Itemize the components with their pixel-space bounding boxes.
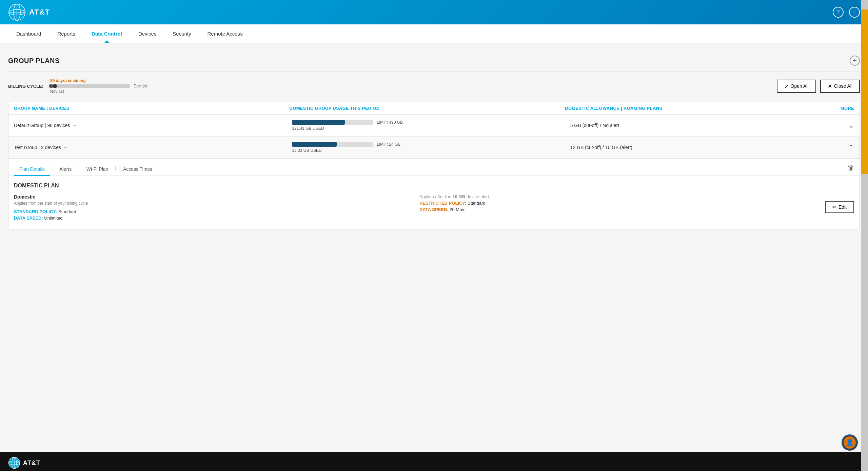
left-column-sub: Applies from the start of your billing c…	[14, 201, 414, 206]
att-globe-icon	[8, 3, 26, 21]
test-usage-bar-row: LIMIT: 24 GB	[292, 142, 570, 147]
open-all-icon: ⤢	[784, 83, 789, 89]
close-all-icon: ✕	[828, 83, 832, 89]
header-icons: ? 👤	[833, 7, 860, 18]
billing-label: BILLING CYCLE:	[8, 84, 43, 89]
restricted-policy-value: Standard	[468, 201, 486, 206]
edit-icon: ✏	[832, 204, 836, 210]
billing-bar	[49, 84, 130, 88]
data-speed-field-right: DATA SPEED: 20 Mb/s	[419, 207, 820, 212]
test-group-collapse-button[interactable]: ⌃	[848, 143, 854, 151]
table-header: GROUP NAME | DEVICES DOMESTIC GROUP USAG…	[8, 102, 860, 115]
test-group-label: Test Group | 2 devices	[14, 145, 61, 150]
nav-item-data-control[interactable]: Data Control	[83, 24, 130, 43]
scrollbar-thumb[interactable]	[861, 9, 868, 175]
left-column-title: Domestic	[14, 194, 414, 200]
remaining-text: 29 days remaining	[50, 78, 147, 83]
nav-item-dashboard[interactable]: Dashboard	[8, 24, 49, 43]
open-all-button[interactable]: ⤢ Open All	[777, 80, 816, 93]
tab-sep-3: |	[114, 165, 118, 170]
plan-detail-grid: Domestic Applies from the start of your …	[14, 194, 854, 222]
domestic-plan-section: DOMESTIC PLAN Domestic Applies from the …	[8, 176, 860, 229]
test-usage-bar-fill	[292, 142, 337, 147]
col-usage: DOMESTIC GROUP USAGE THIS PERIOD	[290, 106, 565, 111]
header: AT&T ? 👤	[0, 0, 868, 24]
data-speed-label-right: DATA SPEED:	[419, 207, 449, 212]
group-name-test: Test Group | 2 devices ✏	[14, 145, 292, 150]
default-group-label: Default Group | 98 devices	[14, 123, 70, 128]
col-more: MORE	[841, 106, 854, 111]
default-group-edit-icon[interactable]: ✏	[73, 123, 77, 128]
tab-sep-2: |	[77, 165, 81, 170]
footer-globe-icon	[8, 457, 20, 469]
standard-policy-label: STANDARD POLICY:	[14, 209, 57, 214]
nav-item-remote-access[interactable]: Remote Access	[199, 24, 251, 43]
footer-brand-name: AT&T	[23, 459, 40, 467]
data-speed-label-left: DATA SPEED:	[14, 216, 43, 221]
tab-plan-details[interactable]: Plan Details	[14, 163, 50, 176]
default-usage-bar-row: LIMIT: 490 GB	[292, 120, 570, 125]
footer: AT&T	[0, 452, 868, 471]
tab-wifi-plan[interactable]: Wi-Fi Plan	[81, 163, 114, 176]
billing-bar-container: 29 days remaining Dec 1st Nov 1st	[49, 78, 147, 94]
section-header: GROUP PLANS +	[8, 50, 860, 71]
nav-bar: Dashboard Reports Data Control Devices S…	[0, 24, 868, 43]
test-group-edit-icon[interactable]: ✏	[64, 145, 67, 150]
billing-section: BILLING CYCLE: 29 days remaining Dec 1st…	[8, 77, 860, 95]
expanded-section: Plan Details | Alerts | Wi-Fi Plan | Acc…	[8, 159, 860, 229]
help-button[interactable]: ?	[833, 7, 844, 18]
billing-bar-row: Dec 1st	[49, 84, 147, 88]
chat-bubble[interactable]: 👤	[842, 434, 858, 451]
open-all-label: Open All	[791, 83, 809, 89]
default-usage-bar-fill	[292, 120, 345, 125]
main-content: GROUP PLANS + BILLING CYCLE: 29 days rem…	[0, 43, 868, 452]
scrollbar[interactable]	[861, 0, 868, 471]
default-group-expand-button[interactable]: ⌄	[848, 121, 854, 129]
data-speed-field-left: DATA SPEED: Unlimited	[14, 216, 414, 221]
table-row: Test Group | 2 devices ✏ LIMIT: 24 GB 13…	[8, 137, 860, 159]
footer-logo: AT&T	[8, 457, 40, 469]
default-usage-container: LIMIT: 490 GB 321.41 GB USED	[292, 120, 570, 131]
test-usage-bar	[292, 142, 373, 147]
account-button[interactable]: 👤	[849, 7, 860, 18]
logo-area: AT&T	[8, 3, 62, 21]
nav-item-security[interactable]: Security	[164, 24, 199, 43]
nav-item-reports[interactable]: Reports	[49, 24, 83, 43]
nav-item-devices[interactable]: Devices	[130, 24, 164, 43]
standard-policy-value: Standard	[58, 209, 76, 214]
edit-plan-button[interactable]: ✏ Edit	[825, 201, 854, 213]
standard-policy-field: STANDARD POLICY: Standard	[14, 209, 414, 214]
delete-plan-button[interactable]: 🗑	[847, 164, 854, 175]
alert-gb-bold: 10 GB	[453, 194, 466, 199]
default-usage-used: 321.41 GB USED	[292, 126, 570, 131]
data-speed-value-left: Unlimited	[44, 216, 62, 221]
edit-label: Edit	[839, 204, 847, 210]
tab-alerts[interactable]: Alerts	[54, 163, 77, 176]
group-name-default: Default Group | 98 devices ✏	[14, 123, 292, 128]
plan-column-right: Applies after the 10 GB device alert RES…	[419, 194, 820, 213]
data-speed-value-right: 20 Mb/s	[450, 207, 465, 212]
brand-name: AT&T	[29, 8, 50, 17]
test-usage-limit: LIMIT: 24 GB	[377, 142, 400, 147]
billing-start-date: Nov 1st	[50, 89, 147, 94]
test-usage-used: 13.33 GB USED	[292, 148, 570, 153]
tab-access-times[interactable]: Access Times	[118, 163, 158, 176]
test-allowance: 12 GB (cut-off) / 10 GB (alert)	[570, 145, 848, 150]
tab-sep-1: |	[50, 165, 54, 170]
billing-end-date: Dec 1st	[134, 84, 147, 88]
edit-plan-area: ✏ Edit	[825, 194, 854, 213]
default-allowance: 5 GB (cut-off) / No alert	[570, 123, 848, 128]
billing-left: BILLING CYCLE: 29 days remaining Dec 1st…	[8, 78, 147, 94]
default-usage-limit: LIMIT: 490 GB	[377, 120, 403, 125]
close-all-button[interactable]: ✕ Close All	[820, 80, 860, 93]
col-group-name: GROUP NAME | DEVICES	[14, 106, 290, 111]
billing-actions: ⤢ Open All ✕ Close All	[777, 80, 860, 93]
default-usage-bar	[292, 120, 373, 125]
restricted-policy-label: RESTRICTED POLICY:	[419, 201, 466, 206]
group-table: GROUP NAME | DEVICES DOMESTIC GROUP USAG…	[8, 102, 860, 229]
add-group-button[interactable]: +	[850, 56, 860, 66]
plan-tabs: Plan Details | Alerts | Wi-Fi Plan | Acc…	[8, 159, 860, 176]
page-title: GROUP PLANS	[8, 57, 60, 65]
table-row: Default Group | 98 devices ✏ LIMIT: 490 …	[8, 115, 860, 137]
billing-marker	[53, 84, 57, 88]
